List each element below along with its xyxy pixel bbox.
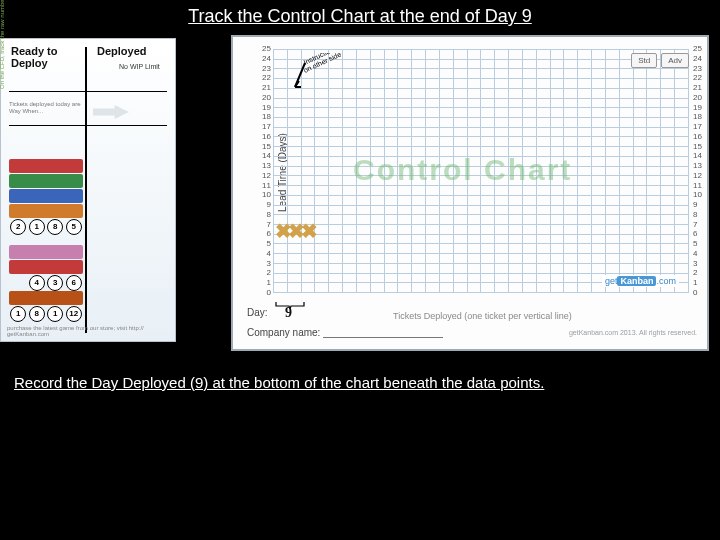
numrow-2: 4 3 6 bbox=[9, 275, 83, 291]
board-footer: purchase the latest game from our store;… bbox=[7, 325, 175, 337]
slide: Track the Control Chart at the end of Da… bbox=[0, 0, 720, 540]
std-button[interactable]: Std bbox=[631, 53, 657, 68]
copyright: getKanban.com 2013. All rights reserved. bbox=[569, 329, 697, 336]
footer-note: Record the Day Deployed (9) at the botto… bbox=[14, 374, 544, 391]
brand: getKanban.com bbox=[602, 275, 679, 287]
company-field: Company name: bbox=[247, 327, 443, 338]
hr bbox=[9, 91, 167, 92]
day-value: 9 bbox=[285, 305, 292, 321]
card-block-1: 2 1 8 5 bbox=[9, 159, 83, 235]
numrow-1: 2 1 8 5 bbox=[9, 219, 83, 235]
card-block-3: 1 8 1 12 bbox=[9, 291, 83, 322]
tickets-note: Tickets Deployed (one ticket per vertica… bbox=[393, 311, 572, 321]
numrow-3: 1 8 1 12 bbox=[9, 306, 83, 322]
bracket-icon bbox=[275, 295, 305, 303]
adv-button[interactable]: Adv bbox=[661, 53, 689, 68]
day-label: Day: bbox=[247, 307, 268, 318]
arrow-label: Tickets deployed today are Way When... bbox=[9, 101, 83, 114]
arrow-icon bbox=[93, 105, 129, 119]
wip-label: No WIP Limit bbox=[119, 63, 160, 70]
title: Track the Control Chart at the end of Da… bbox=[0, 6, 720, 27]
data-points: ✖ ✖ ✖ bbox=[275, 219, 314, 243]
board-side-note-1: On the CFD, track the raw number of tick… bbox=[0, 0, 5, 89]
cross-icon: ✖ bbox=[301, 219, 318, 243]
col-header-ready: Ready to Deploy bbox=[11, 45, 57, 69]
hr2 bbox=[9, 125, 167, 126]
col-header-deployed: Deployed bbox=[97, 45, 147, 57]
chart-buttons: Std Adv bbox=[631, 53, 689, 68]
instruction-arrow: Instructions on other side bbox=[287, 53, 343, 93]
control-chart: Lead Time (Days) 01234567891011121314151… bbox=[231, 35, 709, 351]
board-divider bbox=[85, 47, 87, 333]
card-block-2: 4 3 6 bbox=[9, 245, 83, 291]
kanban-board: Ready to Deploy Deployed No WIP Limit Ti… bbox=[0, 38, 176, 342]
